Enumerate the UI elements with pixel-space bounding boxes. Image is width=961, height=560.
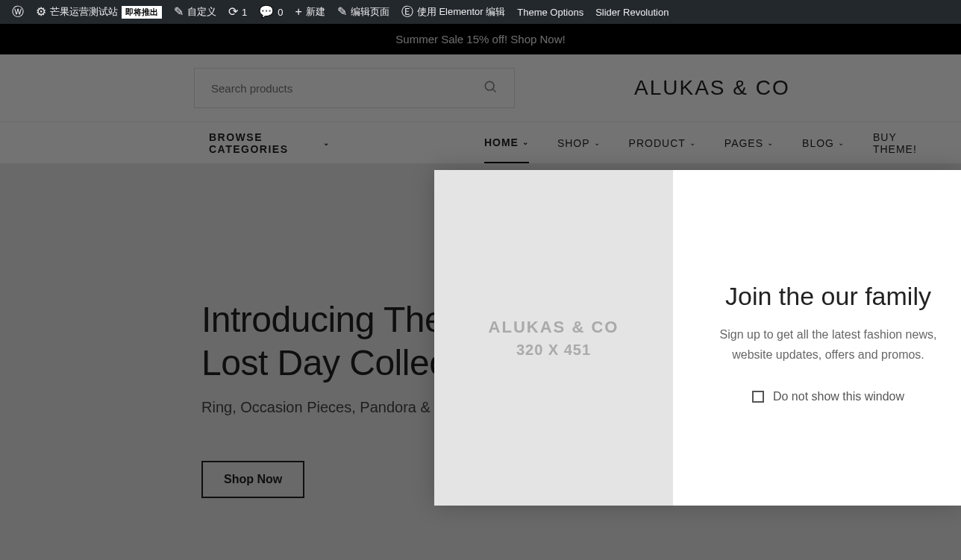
- newsletter-modal: ALUKAS & CO 320 X 451 Join the our famil…: [434, 170, 961, 506]
- comment-icon: 💬: [259, 6, 274, 18]
- modal-title: Join the our family: [718, 282, 939, 311]
- wp-admin-bar: ⓦ ⚙ 芒果运营测试站 即将推出 ✎ 自定义 ⟳ 1 💬 0 + 新建 ✎ 编辑…: [0, 0, 961, 24]
- pencil-icon: ✎: [337, 6, 347, 18]
- site-name: 芒果运营测试站: [50, 5, 118, 19]
- modal-content: Join the our family Sign up to get all t…: [673, 170, 961, 506]
- coming-soon-badge: 即将推出: [122, 6, 162, 19]
- do-not-show-label: Do not show this window: [773, 390, 904, 403]
- new-link[interactable]: + 新建: [289, 0, 331, 24]
- updates-link[interactable]: ⟳ 1: [222, 0, 253, 24]
- theme-options-link[interactable]: Theme Options: [511, 0, 589, 24]
- wp-logo[interactable]: ⓦ: [6, 0, 30, 24]
- modal-image-placeholder: ALUKAS & CO 320 X 451: [434, 170, 673, 506]
- wordpress-icon: ⓦ: [12, 6, 24, 18]
- site-name-link[interactable]: ⚙ 芒果运营测试站 即将推出: [30, 0, 168, 24]
- elementor-icon: Ⓔ: [401, 6, 413, 18]
- plus-icon: +: [295, 6, 301, 18]
- do-not-show-checkbox[interactable]: [752, 391, 764, 403]
- customize-link[interactable]: ✎ 自定义: [168, 0, 222, 24]
- do-not-show-row: Do not show this window: [718, 390, 939, 403]
- dashboard-icon: ⚙: [36, 6, 46, 18]
- brush-icon: ✎: [174, 6, 184, 18]
- edit-page-link[interactable]: ✎ 编辑页面: [331, 0, 395, 24]
- refresh-icon: ⟳: [228, 6, 238, 18]
- elementor-link[interactable]: Ⓔ 使用 Elementor 编辑: [395, 0, 511, 24]
- modal-subtitle: Sign up to get all the latest fashion ne…: [718, 324, 939, 365]
- comments-link[interactable]: 💬 0: [253, 0, 289, 24]
- slider-revolution-link[interactable]: Slider Revolution: [589, 0, 674, 24]
